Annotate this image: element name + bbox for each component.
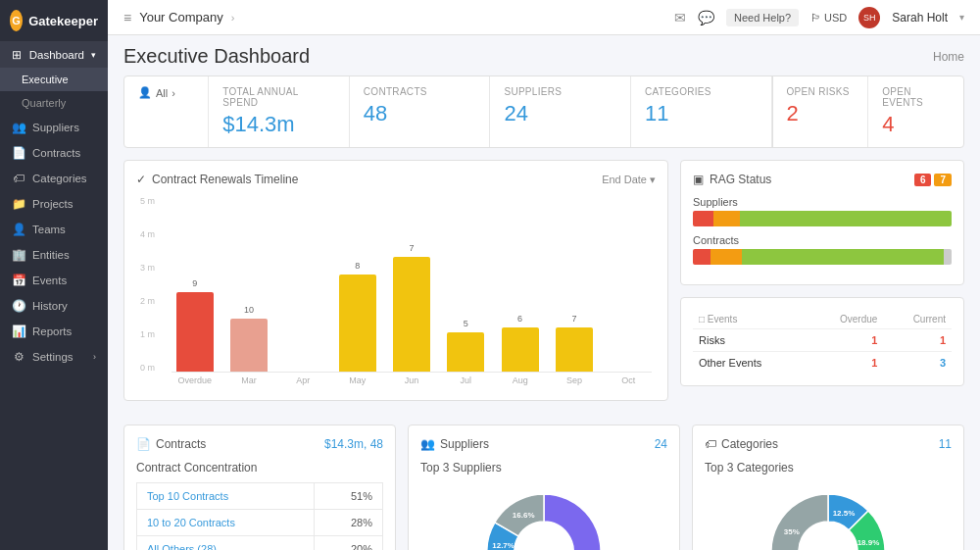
x-axis-label: Oct [606,375,652,385]
sidebar-item-history[interactable]: 🕐 History [0,293,108,319]
content-area: Executive Dashboard Home 👤 All › Total A… [108,35,980,550]
open-events-value: 4 [882,112,950,137]
avatar: SH [858,7,880,28]
username: Sarah Holt [892,11,948,25]
projects-icon: 📁 [12,197,25,211]
rag-icon: ▣ [693,173,704,186]
page-header: Executive Dashboard Home [123,35,964,75]
open-events-label: Open Events [882,86,950,108]
bar-group: 7 [388,195,434,372]
event-current-value: 3 [883,352,952,375]
two-col-section: ✓ Contract Renewals Timeline End Date ▾ … [123,160,964,413]
categories-value: 11 [645,101,758,126]
events-col-overdue: Overdue [808,310,883,329]
categories-pie-title: Top 3 Categories [705,461,952,475]
event-row-label: Other Events [693,352,808,375]
contract-row-value: 51% [314,483,382,510]
categories-panel-value: 11 [939,437,952,451]
rag-red-segment [693,249,710,265]
settings-icon: ⚙ [12,350,25,364]
sidebar-item-label: History [32,300,68,312]
company-name[interactable]: Your Company [139,10,223,25]
renewal-chart-header: ✓ Contract Renewals Timeline End Date ▾ [136,173,656,186]
contract-row-label[interactable]: Top 10 Contracts [137,483,315,510]
menu-icon[interactable]: ≡ [123,10,131,25]
event-overdue-value: 1 [808,352,883,375]
rag-card: ▣ RAG Status 6 7 Suppliers [680,160,964,285]
x-axis-label: Aug [497,375,543,385]
rag-title: ▣ RAG Status [693,173,771,186]
chart-bar: 7 [556,327,593,372]
suppliers-label: Suppliers [504,86,616,97]
x-axis-label: May [334,375,380,385]
user-chevron-icon[interactable]: ▾ [959,12,964,23]
contract-row-label[interactable]: All Others (28) [137,536,315,551]
chart-bar: 10 [230,319,268,372]
total-spend-value: $14.3m [222,112,335,137]
sidebar-item-projects[interactable]: 📁 Projects [0,191,108,217]
contract-row-label[interactable]: 10 to 20 Contracts [137,510,315,536]
chart-bar: 5 [447,332,484,372]
mail-icon[interactable]: ✉ [674,10,686,25]
bar-group: 5 [443,195,489,372]
sidebar-item-teams[interactable]: 👤 Teams [0,217,108,242]
renewal-chart-card: ✓ Contract Renewals Timeline End Date ▾ … [123,160,668,401]
main-content: ≡ Your Company › ✉ 💬 Need Help? 🏳 USD SH… [108,0,980,550]
sidebar-item-label: Suppliers [32,122,79,133]
stat-filter[interactable]: 👤 All › [124,76,209,147]
bar-group [606,195,652,372]
event-row-label: Risks [693,329,808,352]
chart-action[interactable]: End Date ▾ [602,174,656,186]
contracts-panel-icon: 📄 [136,437,151,451]
filter-arrow-icon: › [172,87,175,99]
rag-row-suppliers: Suppliers [693,196,952,226]
sidebar-item-quarterly[interactable]: Quarterly [0,91,108,115]
sidebar-item-entities[interactable]: 🏢 Entities [0,242,108,268]
events-card: □ Events Overdue Current Risks 1 [680,297,964,386]
contracts-panel-title: 📄 Contracts [136,437,206,451]
x-axis: OverdueMarAprMayJunJulAugSepOct [172,375,652,385]
suppliers-panel-header: 👥 Suppliers 24 [420,437,667,451]
pie-label: 12.5% [833,509,856,518]
sidebar-item-events[interactable]: 📅 Events [0,268,108,293]
chart-bar: 8 [339,275,376,372]
rag-amber-segment [713,211,739,226]
help-button[interactable]: Need Help? [726,9,799,26]
pie-label: 35% [784,527,800,536]
rag-red-segment [693,211,713,226]
rag-row-contracts: Contracts [693,234,952,265]
categories-label: Categories [645,86,758,97]
event-current-value: 1 [883,329,952,352]
chevron-down-icon: ▾ [91,50,96,60]
contracts-panel-header: 📄 Contracts $14.3m, 48 [136,437,383,451]
bar-group: 10 [225,195,271,372]
currency-selector[interactable]: 🏳 USD [810,12,847,24]
y-label: 1 m [140,329,155,339]
rag-badges: 6 7 [914,174,952,186]
rag-bar-contracts [693,249,952,265]
filter-label: All [156,87,168,99]
y-label: 4 m [140,229,155,239]
suppliers-pie-title: Top 3 Suppliers [420,461,667,475]
bar-value-label: 8 [355,261,360,271]
sidebar-item-categories[interactable]: 🏷 Categories [0,166,108,191]
rag-badge-amber: 7 [934,174,952,186]
sidebar-item-executive[interactable]: Executive [0,68,108,91]
contract-section-title: Contract Concentration [136,461,383,475]
table-row: Risks 1 1 [693,329,952,352]
chart-bar: 6 [502,327,539,372]
sidebar-item-contracts[interactable]: 📄 Contracts [0,140,108,166]
sidebar-item-suppliers[interactable]: 👥 Suppliers [0,115,108,140]
app-logo[interactable]: G Gatekeeper [0,0,108,42]
sidebar-item-reports[interactable]: 📊 Reports [0,319,108,344]
bar-group: 6 [497,195,543,372]
sidebar-item-dashboard[interactable]: ⊞ Dashboard ▾ [0,42,108,68]
sidebar-item-settings[interactable]: ⚙ Settings › [0,344,108,370]
right-col: ▣ RAG Status 6 7 Suppliers [680,160,964,413]
sidebar-item-label: Teams [32,224,66,235]
rag-label-contracts: Contracts [693,234,952,246]
chat-icon[interactable]: 💬 [698,10,714,25]
sidebar-item-label: Quarterly [22,97,66,109]
entities-icon: 🏢 [12,248,25,262]
suppliers-pie: 60%10.7%12.7%16.6% [420,482,667,550]
